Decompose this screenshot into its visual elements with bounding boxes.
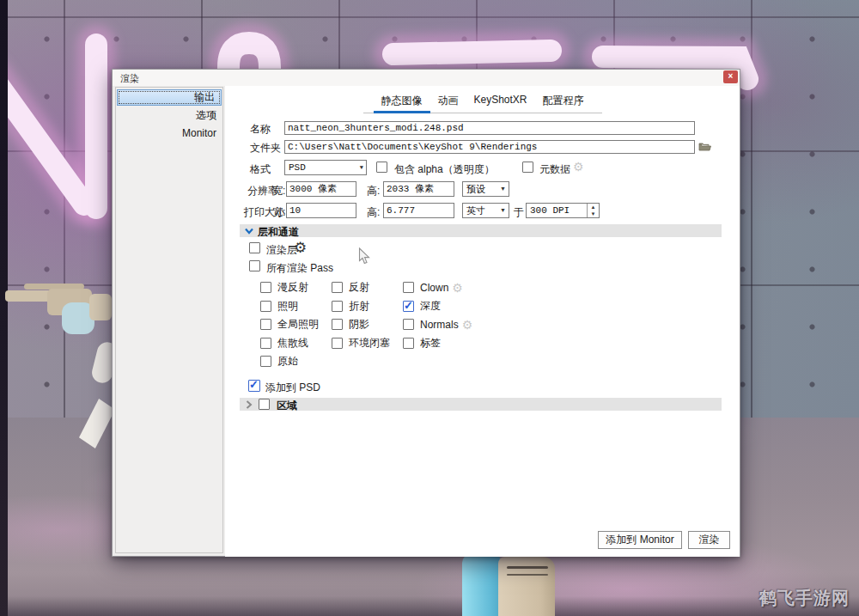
print-width-input[interactable]: 10: [286, 203, 356, 218]
dialog-titlebar[interactable]: 渲染 ×: [113, 70, 740, 86]
metadata-label[interactable]: 元数据: [539, 162, 570, 177]
include-alpha-label[interactable]: 包含 alpha（透明度）: [394, 162, 495, 177]
render-layers-label[interactable]: 渲染层: [266, 243, 297, 258]
figurine-boot-band: [507, 574, 548, 576]
sidebar-item-label: 输出: [194, 91, 215, 103]
sidebar-item-options[interactable]: 选项: [116, 107, 222, 125]
tab-keyshotxr[interactable]: KeyShotXR: [466, 91, 534, 113]
pass-checkbox-diffuse[interactable]: ✓: [260, 282, 271, 293]
layers-section-header[interactable]: 层和通道: [240, 224, 722, 237]
pass-raw[interactable]: ✓原始: [260, 352, 332, 371]
name-input[interactable]: natt_neon_3hunters_modi.248.psd: [284, 121, 695, 135]
figurine-boot-band: [507, 566, 548, 569]
tab-still-image[interactable]: 静态图像: [373, 91, 430, 113]
spinner-up-icon[interactable]: ▲: [588, 204, 599, 210]
pass-checkbox-caustics[interactable]: ✓: [260, 338, 271, 349]
region-checkbox[interactable]: ✓: [259, 399, 270, 410]
pass-checkbox-refraction[interactable]: ✓: [332, 301, 343, 312]
add-to-psd-label[interactable]: 添加到 PSD: [265, 381, 320, 395]
clown-gear-icon[interactable]: ⚙: [452, 282, 463, 294]
pass-refraction[interactable]: ✓折射: [332, 297, 403, 316]
name-label: 名称: [250, 122, 271, 137]
pass-depth[interactable]: ✓深度: [403, 297, 621, 316]
passes-grid: ✓漫反射 ✓反射 ✓Clown⚙ ✓照明 ✓折射 ✓深度 ✓全局照明 ✓阴影 ✓…: [260, 278, 621, 371]
print-height-input[interactable]: 6.777: [383, 203, 454, 218]
pass-checkbox-ao[interactable]: ✓: [332, 338, 343, 349]
metadata-checkbox[interactable]: ✓: [522, 162, 533, 173]
render-layers-gear-icon[interactable]: ⚙: [294, 241, 307, 255]
pass-label: 环境闭塞: [349, 336, 390, 351]
chevron-right-icon[interactable]: [246, 400, 253, 409]
preset-dropdown[interactable]: 预设 ▼: [462, 181, 509, 197]
resolution-height-input[interactable]: 2033 像素: [383, 181, 454, 197]
folder-input[interactable]: C:\Users\Natt\Documents\KeyShot 9\Render…: [284, 140, 695, 154]
all-passes-label[interactable]: 所有渲染 Pass: [266, 261, 333, 276]
pass-checkbox-normals[interactable]: ✓: [403, 319, 414, 330]
pass-normals[interactable]: ✓Normals⚙: [403, 315, 621, 334]
chevron-down-icon[interactable]: [245, 228, 253, 235]
unit-select[interactable]: 英寸 ▼: [462, 203, 509, 218]
metadata-gear-icon[interactable]: ⚙: [573, 161, 584, 173]
region-section-title: 区域: [277, 399, 297, 413]
include-alpha-checkbox[interactable]: ✓: [376, 162, 387, 173]
pass-checkbox-gi[interactable]: ✓: [260, 319, 271, 330]
pass-checkbox-clown[interactable]: ✓: [403, 282, 414, 293]
pass-checkbox-labels[interactable]: ✓: [403, 338, 414, 349]
pass-checkbox-raw[interactable]: ✓: [260, 356, 271, 367]
resolution-width-input[interactable]: 3000 像素: [286, 181, 356, 197]
pass-shadow[interactable]: ✓阴影: [332, 315, 403, 334]
pass-reflection[interactable]: ✓反射: [332, 278, 403, 297]
chevron-down-icon: ▼: [500, 186, 506, 192]
format-select[interactable]: PSD ▼: [284, 160, 367, 175]
chevron-down-icon: ▼: [500, 207, 506, 214]
tab-animation[interactable]: 动画: [430, 91, 466, 113]
pass-diffuse[interactable]: ✓漫反射: [260, 278, 332, 297]
tab-bar: 静态图像 动画 KeyShotXR 配置程序: [362, 91, 601, 113]
region-section-header[interactable]: ✓ 区域: [240, 398, 722, 411]
pass-checkbox-lighting[interactable]: ✓: [260, 301, 271, 312]
pass-ambient-occlusion[interactable]: ✓环境闭塞: [332, 334, 403, 353]
chevron-down-icon: ▼: [360, 164, 363, 171]
format-label: 格式: [250, 162, 271, 177]
pass-label: 深度: [420, 299, 441, 314]
neon-letter-t1-bar: [393, 51, 551, 54]
sidebar-item-label: 选项: [196, 109, 216, 121]
preset-label: 预设: [466, 184, 485, 194]
pass-caustics[interactable]: ✓焦散线: [260, 334, 332, 353]
add-to-monitor-button[interactable]: 添加到 Monitor: [598, 531, 682, 549]
render-button[interactable]: 渲染: [688, 531, 730, 549]
pass-label: 漫反射: [277, 280, 308, 295]
neon-letter-n-diagonal: [0, 76, 84, 204]
pass-label: Clown: [420, 282, 448, 294]
add-to-psd-checkbox[interactable]: ✓: [248, 380, 260, 392]
pass-global-illumination[interactable]: ✓全局照明: [260, 315, 332, 334]
dpi-spinner[interactable]: ▲ ▼: [587, 204, 599, 217]
pass-label: 标签: [420, 336, 441, 351]
dpi-value: 300 DPI: [530, 204, 570, 217]
close-button[interactable]: ×: [723, 70, 738, 83]
folder-label: 文件夹: [250, 141, 281, 156]
tab-configurator[interactable]: 配置程序: [535, 91, 592, 113]
pass-label: 照明: [277, 299, 298, 314]
normals-gear-icon[interactable]: ⚙: [462, 319, 473, 331]
dpi-spinbox[interactable]: 300 DPI ▲ ▼: [526, 203, 600, 218]
all-passes-checkbox[interactable]: ✓: [249, 260, 260, 271]
pass-label: 焦散线: [277, 336, 308, 351]
print-width-label: 宽:: [272, 205, 285, 220]
pass-checkbox-shadow[interactable]: ✓: [332, 319, 343, 330]
render-layers-checkbox[interactable]: ✓: [249, 242, 260, 253]
spinner-down-icon[interactable]: ▼: [588, 210, 599, 217]
sidebar-item-output[interactable]: 输出: [117, 89, 222, 106]
folder-browse-icon[interactable]: [698, 142, 711, 152]
pass-labels[interactable]: ✓标签: [403, 334, 621, 353]
pass-checkbox-reflection[interactable]: ✓: [332, 282, 343, 293]
pass-label: Normals: [420, 319, 459, 331]
pass-clown[interactable]: ✓Clown⚙: [403, 278, 621, 297]
at-label: 于: [514, 205, 524, 220]
pass-checkbox-depth[interactable]: ✓: [403, 301, 414, 312]
sidebar-item-label: Monitor: [182, 127, 216, 139]
sidebar-item-monitor[interactable]: Monitor: [116, 125, 222, 143]
site-watermark: 鹤飞手游网: [759, 587, 850, 610]
pass-label: 全局照明: [277, 317, 319, 332]
pass-lighting[interactable]: ✓照明: [260, 297, 332, 316]
